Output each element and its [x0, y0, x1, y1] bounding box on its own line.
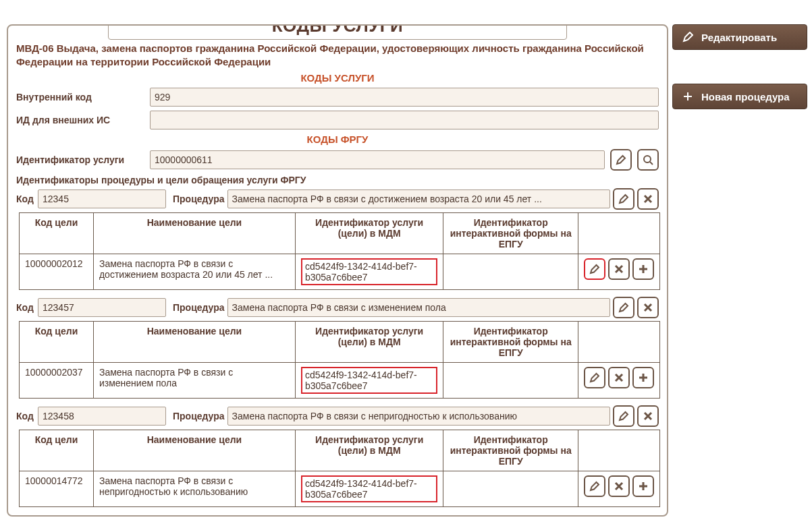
service-codes-panel: КОДЫ УСЛУГИ МВД-06 Выдача, замена паспор… [7, 24, 668, 517]
cell-goal-code: 10000002012 [20, 254, 94, 289]
th-actions [578, 321, 659, 362]
proc-delete-button[interactable] [637, 297, 659, 318]
cell-actions [578, 471, 659, 506]
th-actions [578, 430, 659, 471]
plus-icon [638, 481, 649, 492]
proc-name-field[interactable]: Замена паспорта РФ в связи с непригоднос… [227, 407, 610, 426]
external-id-field[interactable] [150, 111, 659, 129]
internal-code-field[interactable]: 929 [150, 88, 659, 107]
goal-edit-button[interactable] [584, 367, 605, 388]
pencil-icon [618, 194, 629, 204]
close-icon [614, 372, 624, 383]
th-goal-code: Код цели [20, 212, 94, 254]
th-goal-code: Код цели [20, 321, 94, 362]
th-epgu: Идентификатор интерактивной формы на ЕПГ… [443, 430, 578, 471]
proc-edit-button[interactable] [613, 188, 634, 210]
proc-name-field[interactable]: Замена паспорта РФ в связи с достижением… [227, 189, 610, 208]
pencil-icon [681, 30, 695, 44]
th-mdm: Идентификатор услуги (цели) в МДМ [295, 430, 443, 471]
section-codes-header: КОДЫ УСЛУГИ [16, 72, 659, 84]
pencil-icon [618, 302, 629, 313]
service-subtitle: МВД-06 Выдача, замена паспортов граждани… [16, 42, 659, 69]
th-epgu: Идентификатор интерактивной формы на ЕПГ… [443, 321, 578, 362]
cell-epgu [443, 471, 578, 506]
service-id-label: Идентификатор услуги [16, 154, 144, 165]
th-goal-name: Наименование цели [93, 321, 295, 362]
th-mdm: Идентификатор услуги (цели) в МДМ [295, 321, 443, 362]
th-epgu: Идентификатор интерактивной формы на ЕПГ… [443, 212, 578, 254]
cell-actions [578, 362, 659, 398]
close-icon [643, 194, 653, 204]
cell-goal-name: Замена паспорта РФ в связи с достижением… [93, 254, 295, 289]
close-icon [643, 411, 653, 421]
section-frgu-header: КОДЫ ФРГУ [16, 134, 659, 145]
svg-point-2 [644, 156, 651, 163]
goal-edit-button[interactable] [584, 258, 605, 280]
cell-goal-name: Замена паспорта РФ в связи с непригоднос… [93, 471, 295, 506]
goal-add-button[interactable] [632, 475, 654, 497]
proc-name-field[interactable]: Замена паспорта РФ в связи с изменением … [227, 298, 610, 317]
page-title: КОДЫ УСЛУГИ [108, 24, 567, 40]
goal-delete-button[interactable] [608, 258, 630, 280]
proc-code-label: Код [16, 302, 35, 313]
proc-code-label: Код [16, 194, 35, 204]
th-goal-code: Код цели [20, 430, 94, 471]
cell-epgu [443, 254, 578, 289]
table-row: 10000002037 Замена паспорта РФ в связи с… [20, 362, 660, 398]
th-mdm: Идентификатор услуги (цели) в МДМ [295, 212, 443, 254]
pencil-icon [589, 372, 600, 383]
pencil-icon [589, 481, 600, 492]
goals-table: Код цели Наименование цели Идентификатор… [19, 321, 660, 399]
goal-add-button[interactable] [632, 367, 654, 388]
mdm-highlight: cd5424f9-1342-414d-bef7-b305a7c6bee7 [301, 475, 437, 502]
proc-delete-button[interactable] [637, 405, 659, 427]
cell-actions [578, 254, 659, 289]
pencil-icon [589, 264, 600, 274]
cell-mdm: cd5424f9-1342-414d-bef7-b305a7c6bee7 [295, 362, 443, 398]
edit-button[interactable]: Редактировать [672, 24, 807, 50]
proc-name-label: Процедура [173, 194, 225, 204]
procedure-block: Код 123457 Процедура Замена паспорта РФ … [16, 297, 659, 399]
cell-mdm: cd5424f9-1342-414d-bef7-b305a7c6bee7 [295, 471, 443, 506]
cell-goal-code: 10000002037 [20, 362, 94, 398]
th-goal-name: Наименование цели [93, 430, 295, 471]
service-id-search-button[interactable] [637, 149, 659, 171]
goal-add-button[interactable] [632, 258, 654, 280]
cell-epgu [443, 362, 578, 398]
table-row: 10000002012 Замена паспорта РФ в связи с… [20, 254, 660, 289]
frgu-procedures-label: Идентификаторы процедуры и цели обращени… [16, 175, 659, 185]
th-actions [578, 212, 659, 254]
proc-code-field[interactable]: 12345 [38, 189, 166, 208]
proc-code-field[interactable]: 123458 [38, 407, 166, 426]
proc-name-label: Процедура [173, 302, 225, 313]
pencil-icon [618, 411, 629, 421]
proc-code-field[interactable]: 123457 [38, 298, 166, 317]
svg-rect-1 [684, 96, 692, 97]
procedure-block: Код 123458 Процедура Замена паспорта РФ … [16, 405, 659, 507]
new-procedure-button-label: Новая процедура [701, 91, 790, 103]
proc-delete-button[interactable] [637, 188, 659, 210]
pencil-icon [616, 154, 626, 165]
goal-delete-button[interactable] [608, 367, 630, 388]
close-icon [643, 302, 653, 313]
mdm-highlight: cd5424f9-1342-414d-bef7-b305a7c6bee7 [301, 258, 437, 285]
goals-table: Код цели Наименование цели Идентификатор… [19, 430, 660, 507]
service-id-field[interactable]: 10000000611 [150, 150, 605, 169]
plus-icon [638, 372, 649, 383]
goal-edit-button[interactable] [584, 475, 605, 497]
close-icon [614, 481, 624, 492]
new-procedure-button[interactable]: Новая процедура [672, 84, 807, 109]
internal-code-label: Внутренний код [16, 92, 144, 103]
procedure-block: Код 12345 Процедура Замена паспорта РФ в… [16, 188, 659, 290]
cell-mdm: cd5424f9-1342-414d-bef7-b305a7c6bee7 [295, 254, 443, 289]
plus-icon [681, 90, 695, 103]
goal-delete-button[interactable] [608, 475, 630, 497]
proc-edit-button[interactable] [613, 297, 634, 318]
cell-goal-name: Замена паспорта РФ в связи с изменением … [93, 362, 295, 398]
proc-code-label: Код [16, 411, 35, 421]
plus-icon [638, 264, 649, 274]
cell-goal-code: 10000014772 [20, 471, 94, 506]
service-id-edit-button[interactable] [610, 149, 632, 171]
proc-edit-button[interactable] [613, 405, 634, 427]
close-icon [614, 264, 624, 274]
